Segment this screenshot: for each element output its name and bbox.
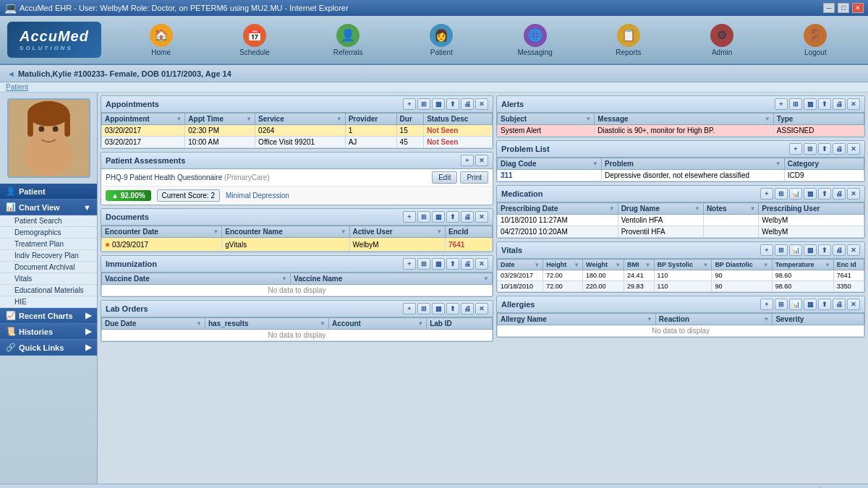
- assessments-add-button[interactable]: +: [461, 155, 474, 166]
- documents-grid-button[interactable]: ▦: [432, 211, 445, 223]
- col-appointment: Appointment▼: [102, 114, 185, 125]
- table-row[interactable]: 10/18/2010 72.00 220.00 29.83 110 90 98.…: [498, 281, 864, 292]
- nav-reports-button[interactable]: 📋 Reports: [603, 21, 654, 59]
- vitals-add-button[interactable]: +: [760, 244, 773, 256]
- documents-export-button[interactable]: ⬆: [446, 211, 459, 223]
- table-row[interactable]: 10/18/2010 11:27AM Ventolin HFA WelbyM: [498, 215, 864, 226]
- vitals-toolbar: + ⊞ 📊 ▦ ⬆ 🖨 ✕: [760, 244, 860, 256]
- lab-grid-button[interactable]: ▦: [432, 303, 445, 314]
- prob-copy-button[interactable]: ⊞: [804, 143, 817, 155]
- sidebar-item-educational[interactable]: Educational Materials: [0, 285, 97, 296]
- phq-print-button[interactable]: Print: [460, 171, 488, 184]
- documents-close-button[interactable]: ✕: [475, 211, 488, 223]
- lab-close-button[interactable]: ✕: [475, 303, 488, 314]
- col-category: Category: [784, 158, 864, 170]
- appointments-print-button[interactable]: 🖨: [461, 98, 474, 110]
- prob-print-button[interactable]: 🖨: [833, 143, 846, 155]
- allergy-export-button[interactable]: ⬆: [818, 299, 831, 310]
- alerts-print-button[interactable]: 🖨: [833, 98, 846, 110]
- restore-button[interactable]: □: [838, 3, 849, 13]
- prob-export-button[interactable]: ⬆: [818, 143, 831, 155]
- appointments-export-button[interactable]: ⬆: [446, 98, 459, 110]
- nav-admin-button[interactable]: ⚙ Admin: [697, 21, 747, 59]
- sidebar-section-chart-view[interactable]: 📊 Chart View ▼: [0, 200, 97, 215]
- med-copy-button[interactable]: ⊞: [775, 188, 788, 200]
- med-add-button[interactable]: +: [760, 188, 773, 200]
- table-row[interactable]: 03/20/2017 02:30 PM 0264 1 15 Not Seen: [102, 125, 493, 137]
- vitals-export-button[interactable]: ⬆: [818, 244, 831, 256]
- alerts-copy-button[interactable]: ⊞: [789, 98, 802, 110]
- imm-copy-button[interactable]: ⊞: [417, 258, 430, 270]
- nav-patient-button[interactable]: 👩 Patient: [416, 21, 467, 59]
- assessments-close-button[interactable]: ✕: [475, 155, 488, 166]
- minimize-button[interactable]: ─: [823, 3, 835, 13]
- med-close-button[interactable]: ✕: [847, 188, 860, 200]
- imm-close-button[interactable]: ✕: [475, 258, 488, 270]
- sidebar-item-treatment-plan[interactable]: Treatment Plan: [0, 239, 97, 250]
- appointments-grid-button[interactable]: ▦: [432, 98, 445, 110]
- sidebar-section-recent-charts[interactable]: 📈 Recent Charts ▶: [0, 308, 97, 324]
- phq-edit-button[interactable]: Edit: [432, 171, 457, 184]
- alerts-add-button[interactable]: +: [775, 98, 788, 110]
- imm-grid-button[interactable]: ▦: [432, 258, 445, 270]
- allergy-chart-button[interactable]: 📊: [789, 299, 802, 310]
- nav-logout-button[interactable]: 🚪 Logout: [790, 21, 841, 59]
- diag-code-1: 311: [498, 170, 602, 181]
- allergy-close-button[interactable]: ✕: [847, 299, 860, 310]
- lab-copy-button[interactable]: ⊞: [417, 303, 430, 314]
- table-row[interactable]: 03/20/2017 10:00 AM Office Visit 99201 A…: [102, 137, 493, 148]
- documents-print-button[interactable]: 🖨: [461, 211, 474, 223]
- documents-copy-button[interactable]: ⊞: [417, 211, 430, 223]
- nav-referrals-button[interactable]: 👤 Referrals: [323, 21, 373, 59]
- documents-add-button[interactable]: +: [403, 211, 416, 223]
- allergy-add-button[interactable]: +: [760, 299, 773, 310]
- nav-schedule-button[interactable]: 📅 Schedule: [229, 21, 280, 59]
- table-row[interactable]: 311 Depressive disorder, not elsewhere c…: [498, 170, 864, 181]
- allergy-print-button[interactable]: 🖨: [833, 299, 846, 310]
- imm-export-button[interactable]: ⬆: [446, 258, 459, 270]
- nav-home-button[interactable]: 🏠 Home: [136, 21, 187, 59]
- sidebar-item-demographics[interactable]: Demographics: [0, 227, 97, 239]
- sidebar-item-vitals[interactable]: Vitals: [0, 273, 97, 285]
- alerts-close-button[interactable]: ✕: [847, 98, 860, 110]
- logo: AccuMed SOLUTIONS: [7, 22, 101, 58]
- table-row[interactable]: 03/29/2017 72.00 180.00 24.41 110 90 98.…: [498, 270, 864, 281]
- table-row[interactable]: ● 03/29/2017 gVitals WelbyM 7641: [102, 238, 493, 252]
- allergy-grid-button[interactable]: ▦: [804, 299, 817, 310]
- alerts-export-button[interactable]: ⬆: [818, 98, 831, 110]
- prob-close-button[interactable]: ✕: [847, 143, 860, 155]
- table-row[interactable]: 04/27/2010 10:20AM Proventil HFA WelbyM: [498, 226, 864, 238]
- sidebar-item-document-archival[interactable]: Document Archival: [0, 262, 97, 273]
- close-button[interactable]: ✕: [852, 3, 864, 13]
- nav-messaging-button[interactable]: 🌐 Messaging: [510, 21, 561, 59]
- vitals-chart-button[interactable]: 📊: [789, 244, 802, 256]
- lab-add-button[interactable]: +: [403, 303, 416, 314]
- vitals-grid-button[interactable]: ▦: [804, 244, 817, 256]
- vitals-print-button[interactable]: 🖨: [833, 244, 846, 256]
- med-export-button[interactable]: ⬆: [818, 188, 831, 200]
- lab-print-button[interactable]: 🖨: [461, 303, 474, 314]
- med-chart-button[interactable]: 📊: [789, 188, 802, 200]
- sidebar-item-patient-search[interactable]: Patient Search: [0, 215, 97, 227]
- alerts-grid-button[interactable]: ▦: [804, 98, 817, 110]
- allergy-copy-button[interactable]: ⊞: [775, 299, 788, 310]
- med-grid-button[interactable]: ▦: [804, 188, 817, 200]
- sidebar-section-histories[interactable]: 📜 Histories ▶: [0, 324, 97, 340]
- vitals-copy-button[interactable]: ⊞: [775, 244, 788, 256]
- prob-add-button[interactable]: +: [789, 143, 802, 155]
- imm-add-button[interactable]: +: [403, 258, 416, 270]
- window-title: AccuMed EHR - User: WelbyM Role: Doctor,…: [20, 4, 349, 12]
- sidebar-section-patient[interactable]: 👤 Patient: [0, 184, 97, 200]
- table-row[interactable]: System Alert Diastolic is 90+, monitor f…: [498, 125, 864, 137]
- sidebar-item-recovery-plan[interactable]: Indiv Recovery Plan: [0, 250, 97, 262]
- appointments-copy-button[interactable]: ⊞: [417, 98, 430, 110]
- imm-print-button[interactable]: 🖨: [461, 258, 474, 270]
- sidebar-section-quick-links[interactable]: 🔗 Quick Links ▶: [0, 340, 97, 356]
- sidebar-item-hie[interactable]: HIE: [0, 296, 97, 308]
- appointments-close-button[interactable]: ✕: [475, 98, 488, 110]
- alert-type-1: ASSIGNED: [773, 125, 864, 137]
- appointments-add-button[interactable]: +: [403, 98, 416, 110]
- med-print-button[interactable]: 🖨: [833, 188, 846, 200]
- lab-export-button[interactable]: ⬆: [446, 303, 459, 314]
- vitals-close-button[interactable]: ✕: [847, 244, 860, 256]
